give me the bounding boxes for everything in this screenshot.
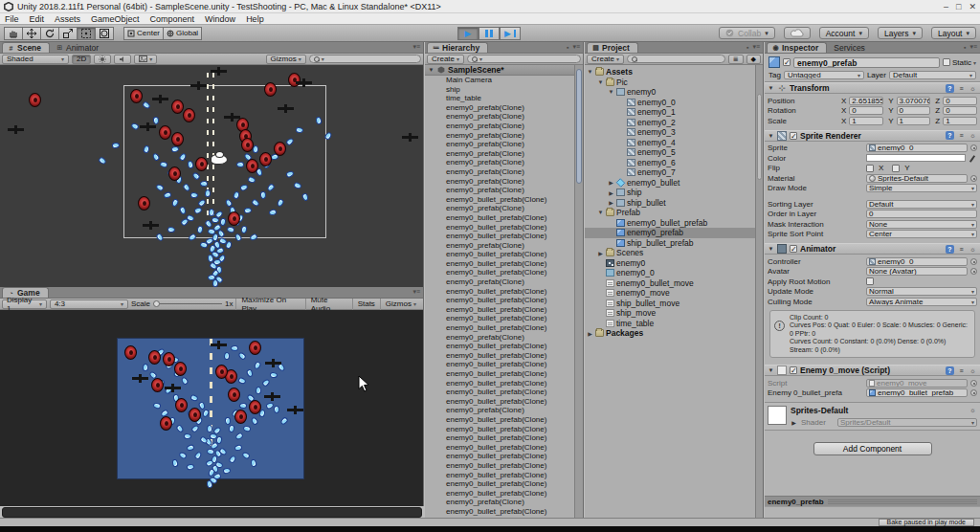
fold-open-icon[interactable]: ▼ (768, 133, 774, 139)
scale-track[interactable] (153, 303, 222, 304)
scale-slider[interactable]: Scale 1x (131, 299, 233, 308)
project-item[interactable]: ▼enemy0 (585, 87, 755, 98)
project-item[interactable]: enemy0_1 (585, 107, 755, 118)
hierarchy-item[interactable]: enemy0_prefab(Clone) (425, 204, 574, 213)
hierarchy-item[interactable]: enemy0_bullet_prefab(Clone) (425, 479, 574, 489)
effects-dropdown[interactable]: ▾ (134, 55, 157, 64)
project-item[interactable]: enemy0_bullet_move (585, 278, 755, 289)
axis-field[interactable]: 0 (943, 97, 977, 105)
search-by-label-button[interactable]: ◆ (746, 55, 761, 64)
menu-assets[interactable]: Assets (55, 14, 80, 24)
object-picker-icon[interactable] (970, 380, 977, 387)
tab-animator[interactable]: ⊞Animator (52, 42, 106, 53)
tab-hierarchy[interactable]: ≔Hierarchy (427, 42, 488, 53)
text-field[interactable]: 0 (866, 210, 977, 218)
object-field[interactable]: enemy0_0 (866, 257, 968, 266)
hierarchy-item[interactable]: enemy0_bullet_prefab(Clone) (425, 443, 574, 453)
create-button[interactable]: Create▾ (427, 55, 464, 64)
hierarchy-item[interactable]: enemy0_prefab(Clone) (425, 333, 574, 343)
scrollbar-thumb[interactable] (757, 94, 762, 180)
static-checkbox[interactable] (943, 58, 950, 66)
object-picker-icon[interactable] (970, 144, 977, 151)
layer-dropdown[interactable]: Default▾ (889, 71, 976, 79)
project-item[interactable]: enemy0_2 (585, 118, 755, 128)
object-field[interactable]: enemy0_0 (866, 144, 968, 152)
fold-open-icon[interactable]: ▼ (428, 67, 434, 73)
hierarchy-item[interactable]: time_table (425, 94, 574, 103)
scene-search-input[interactable]: ▾ (309, 55, 421, 63)
lighting-toggle[interactable] (94, 55, 111, 64)
play-button[interactable]: ▶ (457, 27, 479, 40)
project-item[interactable]: enemy0_bullet_prefab (585, 218, 755, 229)
menu-gameobject[interactable]: GameObject (91, 14, 140, 24)
move-tool-button[interactable] (23, 27, 41, 40)
display-dropdown[interactable]: Display 1▾ (2, 299, 47, 309)
hierarchy-item[interactable]: enemy0_bullet_prefab(Clone) (425, 351, 574, 361)
object-field[interactable]: enemy0_move (866, 379, 968, 388)
hierarchy-item[interactable]: enemy0_bullet_prefab(Clone) (425, 461, 574, 471)
hierarchy-item[interactable]: enemy0_bullet_prefab(Clone) (425, 369, 574, 379)
fold-closed-icon[interactable]: ▶ (608, 189, 614, 196)
axis-field[interactable]: 0 (897, 106, 931, 115)
gameobject-name-field[interactable]: enemy0_prefab (793, 57, 940, 68)
panel-menu-icon[interactable]: ▾≡ (412, 288, 420, 296)
hierarchy-item[interactable]: enemy0_bullet_prefab(Clone) (425, 195, 574, 205)
dropdown-field[interactable]: None▾ (866, 220, 977, 229)
dropdown-field[interactable]: Center▾ (866, 230, 977, 238)
scene-viewport[interactable] (0, 65, 424, 287)
project-item[interactable]: ▼Pic (585, 78, 755, 88)
axis-field[interactable]: 1 (943, 117, 977, 125)
eyedropper-icon[interactable] (969, 154, 977, 163)
hierarchy-scrollbar[interactable] (574, 65, 583, 518)
axis-field[interactable]: 1 (849, 117, 883, 125)
maximize-icon[interactable]: □ (956, 2, 961, 11)
static-toggle[interactable]: Static▾ (943, 58, 976, 67)
hierarchy-item[interactable]: enemy0_bullet_prefab(Clone) (425, 223, 574, 233)
preset-icon[interactable]: ≡ (957, 84, 966, 93)
draw-mode-dropdown[interactable]: Shaded▾ (2, 55, 69, 64)
hierarchy-item[interactable]: enemy0_bullet_prefab(Clone) (425, 388, 574, 397)
hierarchy-item[interactable]: enemy0_bullet_prefab(Clone) (425, 425, 574, 434)
tab-project[interactable]: ▤Project (587, 42, 638, 53)
collab-button[interactable]: Collab▾ (719, 27, 775, 39)
menu-file[interactable]: File (5, 14, 19, 24)
enemy0-move-script-header[interactable]: ▼✓Enemy 0_move (Script)?≡☼ (765, 365, 980, 376)
hierarchy-item[interactable]: enemy0_prefab(Clone) (425, 103, 574, 113)
project-item[interactable]: ▼Prefab (585, 208, 755, 218)
hierarchy-item[interactable]: enemy0_bullet_prefab(Clone) (425, 452, 574, 461)
project-item[interactable]: ▶ship (585, 188, 755, 198)
fold-closed-icon[interactable]: ▶ (791, 419, 797, 426)
transform-header[interactable]: ▼⊹Transform?≡☼ (765, 82, 980, 94)
dropdown-field[interactable]: Default▾ (866, 200, 977, 209)
hierarchy-item[interactable]: enemy0_prefab(Clone) (425, 122, 574, 131)
pause-button[interactable] (479, 27, 500, 40)
dropdown-field[interactable]: Simple▾ (866, 184, 977, 192)
gear-icon[interactable]: ☼ (969, 406, 977, 414)
enabled-checkbox[interactable]: ✓ (790, 245, 797, 253)
hierarchy-item[interactable]: enemy0_bullet_prefab(Clone) (425, 259, 574, 269)
project-item[interactable]: enemy0_7 (585, 167, 755, 178)
project-item[interactable]: ▶enemy0_bullet (585, 178, 755, 188)
object-field[interactable]: None (Avatar) (866, 267, 968, 276)
hierarchy-item[interactable]: ship (425, 85, 574, 95)
close-icon[interactable]: ✕ (969, 2, 976, 11)
project-scrollbar[interactable] (755, 65, 763, 518)
project-item[interactable]: enemy0_6 (585, 158, 755, 168)
project-item[interactable]: enemy0 (585, 258, 755, 269)
gear-icon[interactable]: ☼ (969, 131, 977, 140)
tab-services[interactable]: Services (829, 42, 873, 53)
hierarchy-search-input[interactable]: ▾ (467, 55, 581, 63)
hierarchy-item[interactable]: enemy0_bullet_prefab(Clone) (425, 415, 574, 425)
mute-audio-button[interactable]: Mute Audio (305, 299, 352, 310)
console-status-strip[interactable] (2, 507, 422, 518)
hierarchy-item[interactable]: enemy0_prefab(Clone) (425, 167, 574, 177)
gear-icon[interactable]: ☼ (969, 366, 977, 375)
panel-menu-icon[interactable]: ▾≡ (572, 43, 580, 51)
scene-root-row[interactable]: ▼ SampleScene* ≡ (425, 65, 583, 76)
project-item[interactable]: enemy0_move (585, 288, 755, 299)
layout-dropdown[interactable]: Layout▾ (931, 27, 976, 39)
tab-scene[interactable]: #Scene (2, 42, 50, 53)
project-item[interactable]: enemy0_0 (585, 268, 755, 278)
object-picker-icon[interactable] (970, 258, 977, 265)
tab-inspector[interactable]: ◉Inspector (767, 42, 827, 53)
